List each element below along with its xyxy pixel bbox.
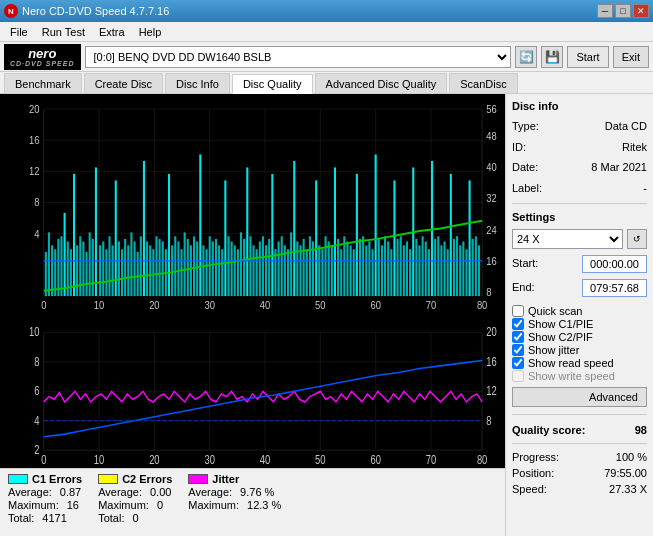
drive-select[interactable]: [0:0] BENQ DVD DD DW1640 BSLB [85,46,512,68]
advanced-button[interactable]: Advanced [512,387,647,407]
c1-color-box [8,474,28,484]
svg-rect-158 [422,236,424,296]
speed-select[interactable]: 24 X 8 X 16 X 32 X 40 X 48 X Max [512,229,623,249]
jitter-average-key: Average: [188,486,232,498]
svg-rect-56 [102,241,104,296]
svg-text:8: 8 [486,285,491,298]
menu-extra[interactable]: Extra [93,24,131,40]
svg-rect-154 [409,249,411,296]
tab-create-disc[interactable]: Create Disc [84,73,163,93]
refresh-icon[interactable]: 🔄 [515,46,537,68]
tab-scan-disc[interactable]: ScanDisc [449,73,517,93]
svg-rect-113 [281,236,283,296]
speed-progress-val: 27.33 X [609,483,647,495]
svg-rect-147 [387,241,389,296]
svg-rect-102 [246,167,248,296]
svg-rect-54 [95,167,97,296]
exit-button[interactable]: Exit [613,46,649,68]
c2-label: C2 Errors [122,473,172,485]
end-label: End: [512,279,535,297]
disc-date-row: Date: 8 Mar 2021 [512,159,647,176]
svg-text:10: 10 [94,452,104,465]
show-c2-checkbox[interactable] [512,331,524,343]
tab-advanced-disc-quality[interactable]: Advanced Disc Quality [315,73,448,93]
svg-rect-44 [64,213,66,296]
svg-rect-98 [234,245,236,296]
quick-scan-checkbox[interactable] [512,305,524,317]
quality-score-row: Quality score: 98 [512,424,647,436]
c1-total-key: Total: [8,512,34,524]
svg-rect-178 [2,319,503,466]
disc-type-key: Type: [512,118,539,135]
svg-rect-170 [459,245,461,296]
svg-rect-79 [174,236,176,296]
disc-label-row: Label: - [512,180,647,197]
svg-rect-82 [184,232,186,296]
svg-text:20: 20 [486,325,496,338]
toolbar: nero CD·DVD SPEED [0:0] BENQ DVD DD DW16… [0,42,653,72]
svg-rect-63 [124,239,126,296]
svg-rect-157 [418,245,420,296]
tab-benchmark[interactable]: Benchmark [4,73,82,93]
svg-text:6: 6 [34,384,39,397]
jitter-color-box [188,474,208,484]
svg-rect-38 [45,252,47,296]
svg-rect-106 [259,241,261,296]
svg-rect-133 [343,236,345,296]
start-input[interactable] [582,255,647,273]
svg-rect-85 [193,236,195,296]
menu-file[interactable]: File [4,24,34,40]
svg-rect-165 [444,241,446,296]
jitter-average-val: 9.76 % [240,486,274,498]
divider-2 [512,414,647,415]
svg-rect-122 [309,236,311,296]
svg-text:60: 60 [370,452,380,465]
svg-rect-72 [152,249,154,296]
menu-help[interactable]: Help [133,24,168,40]
show-jitter-checkbox[interactable] [512,344,524,356]
save-icon[interactable]: 💾 [541,46,563,68]
svg-rect-151 [400,236,402,296]
show-c1-checkbox[interactable] [512,318,524,330]
disc-date-key: Date: [512,159,538,176]
disc-type-row: Type: Data CD [512,118,647,135]
app-icon: N [4,4,18,18]
minimize-button[interactable]: ─ [597,4,613,18]
show-read-speed-checkbox[interactable] [512,357,524,369]
svg-rect-47 [73,174,75,296]
svg-rect-104 [253,245,255,296]
c2-average-val: 0.00 [150,486,171,498]
svg-rect-126 [321,249,323,296]
svg-text:50: 50 [315,452,325,465]
quick-scan-row: Quick scan [512,305,647,317]
svg-rect-52 [89,232,91,296]
svg-rect-58 [108,236,110,296]
svg-rect-49 [79,236,81,296]
svg-text:70: 70 [426,452,436,465]
svg-rect-96 [227,236,229,296]
svg-rect-125 [318,245,320,296]
svg-rect-99 [237,249,239,296]
svg-text:56: 56 [486,102,497,115]
svg-rect-143 [375,154,377,296]
maximize-button[interactable]: □ [615,4,631,18]
menu-bar: File Run Test Extra Help [0,22,653,42]
svg-rect-71 [149,245,151,296]
tab-disc-quality[interactable]: Disc Quality [232,74,313,94]
speed-row-progress: Speed: 27.33 X [512,483,647,495]
close-button[interactable]: ✕ [633,4,649,18]
refresh-settings-icon[interactable]: ↺ [627,229,647,249]
start-button[interactable]: Start [567,46,608,68]
svg-rect-174 [472,239,474,296]
svg-rect-134 [346,241,348,296]
disc-info-title: Disc info [512,100,647,112]
disc-id-row: ID: Ritek [512,139,647,156]
menu-run-test[interactable]: Run Test [36,24,91,40]
svg-text:20: 20 [29,102,40,115]
c1-average-key: Average: [8,486,52,498]
tab-disc-info[interactable]: Disc Info [165,73,230,93]
speed-row: 24 X 8 X 16 X 32 X 40 X 48 X Max ↺ [512,229,647,249]
svg-rect-100 [240,232,242,296]
svg-rect-153 [406,241,408,296]
end-input[interactable] [582,279,647,297]
